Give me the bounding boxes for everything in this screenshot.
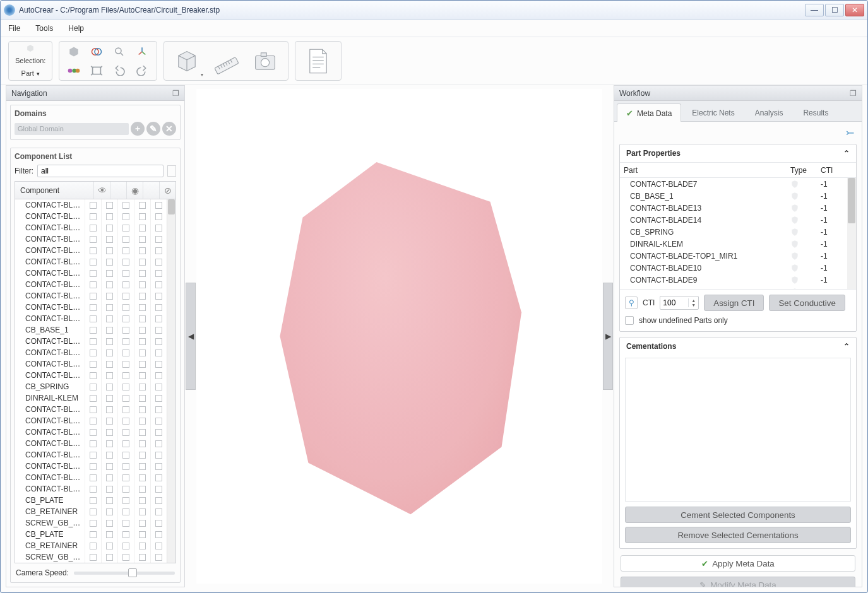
table-row[interactable]: CONTACT-BLADE8 [15,245,167,256]
filter-clear-icon[interactable] [167,165,176,177]
col-visibility-icon[interactable]: 👁 [93,182,110,199]
table-row[interactable]: CONTACT-BLADE9-1 [620,274,856,286]
cti-input[interactable] [660,298,688,307]
assign-cti-button[interactable]: Assign CTI [704,295,764,311]
table-row[interactable]: CB_RETAINER [15,506,167,517]
table-row[interactable]: CONTACT-BLADE-TO… [15,449,167,461]
shaded-view-icon[interactable] [64,43,83,61]
domain-field[interactable]: Global Domain [15,123,129,135]
domain-edit-icon[interactable]: ✎ [146,122,160,136]
table-row[interactable]: CONTACT-BLADE13 [15,336,167,347]
redo-icon[interactable] [133,62,152,79]
table-row[interactable]: CONTACT-BLADE-TO… [15,211,167,222]
table-row[interactable]: CB_RETAINER [15,540,167,551]
table-row[interactable]: CONTACT-BLADE9 [15,426,167,438]
table-row[interactable]: CONTACT-BLADE14-1 [620,214,856,226]
table-row[interactable]: DINRAIL-KLEM-1 [620,238,856,250]
table-row[interactable]: CONTACT-BLADE10-1 [620,262,856,274]
table-row[interactable]: SCREW_GB_T_1380… [15,551,167,563]
table-row[interactable]: CONTACT-BLADE7-1 [620,178,856,190]
left-collapse-handle[interactable]: ◀ [186,283,196,390]
part-properties-collapse-icon[interactable]: ⌃ [843,149,850,158]
apply-meta-data-button[interactable]: ✔Apply Meta Data [621,555,855,572]
table-row[interactable]: DINRAIL-KLEM [15,392,167,404]
menu-tools[interactable]: Tools [35,24,53,33]
table-row[interactable]: CONTACT-BLADE-TO… [15,370,167,381]
menu-help[interactable]: Help [68,24,84,33]
part-properties-scrollbar[interactable] [847,178,856,289]
table-row[interactable]: CONTACT-BLADE6 [15,302,167,313]
tab-electric-nets[interactable]: Electric Nets [682,103,744,121]
remove-cementations-button[interactable]: Remove Selected Cementations [625,527,851,543]
table-row[interactable]: CONTACT-BLADE-TO… [15,267,167,279]
filter-input[interactable] [37,165,163,177]
camera-speed-slider[interactable] [74,572,175,575]
col-cti[interactable]: CTI [821,166,852,175]
table-row[interactable]: CB_BASE_1 [15,324,167,336]
table-row[interactable]: CONTACT-BLADE-TO… [15,199,167,211]
close-button[interactable]: ✕ [845,4,864,16]
table-row[interactable]: CONTACT-BLADE-TO… [15,222,167,233]
table-row[interactable]: CONTACT-BLADE-TO… [15,483,167,495]
3d-viewport[interactable] [196,89,602,584]
camera-icon[interactable] [247,44,283,79]
col-part[interactable]: Part [624,166,790,175]
table-row[interactable]: CONTACT-BLADE5 [15,290,167,302]
table-row[interactable]: CONTACT-BLADE-TO… [15,256,167,267]
domain-delete-icon[interactable]: ✕ [162,122,176,136]
table-row[interactable]: SCREW_GB_T_1380… [15,517,167,529]
undock-icon[interactable]: ❐ [172,89,179,98]
set-conductive-button[interactable]: Set Conductive [769,295,845,311]
table-row[interactable]: CONTACT-BLADE-TO… [15,404,167,415]
right-collapse-handle[interactable]: ▶ [603,283,613,390]
cement-components-button[interactable]: Cement Selected Components [625,507,851,523]
selection-mode-button[interactable]: Selection: Part▾ [8,41,52,81]
table-row[interactable]: CONTACT-BLADE7 [15,313,167,324]
cti-spinner[interactable]: ▲▼ [660,296,699,310]
table-row[interactable]: CONTACT-BLADE12 [15,472,167,483]
menu-file[interactable]: File [8,24,20,33]
transparent-box-icon[interactable]: ▾ [169,44,205,79]
col-solid-icon[interactable]: ◉ [126,182,143,199]
tab-meta-data[interactable]: ✔Meta Data [617,103,681,122]
table-row[interactable]: CONTACT-BLADE11 [15,461,167,472]
col-exclude-icon[interactable]: ⊘ [159,182,175,199]
undo-icon[interactable] [110,62,129,79]
cti-key-icon[interactable]: ⚲ [625,296,638,309]
domain-add-icon[interactable]: + [131,122,145,136]
show-undefined-checkbox[interactable] [625,316,634,325]
cementations-list[interactable] [625,358,851,502]
table-row[interactable]: CONTACT-BLADE10 [15,415,167,426]
axes-icon[interactable] [133,43,152,61]
minimize-button[interactable]: — [805,4,824,16]
modify-meta-data-button[interactable]: ✎Modify Meta Data [621,577,855,587]
table-row[interactable]: CONTACT-BLADE-TOP1_MIR-1 [620,286,856,289]
tab-results[interactable]: Results [794,103,838,121]
tab-analysis[interactable]: Analysis [746,103,793,121]
table-row[interactable]: CB_SPRING-1 [620,226,856,238]
col-type[interactable]: Type [790,166,821,175]
table-row[interactable]: CONTACT-BLADE14 [15,358,167,370]
table-row[interactable]: CONTACT-BLADE-TO… [15,279,167,290]
cementations-collapse-icon[interactable]: ⌃ [843,342,850,351]
table-row[interactable]: CONTACT-BLADE-TO… [15,347,167,358]
col-component[interactable]: Component [15,186,93,195]
table-row[interactable]: CB_BASE_1-1 [620,190,856,202]
component-scrollbar[interactable] [167,199,175,563]
ruler-icon[interactable] [208,44,244,79]
merge-icon[interactable]: ⤚ [846,127,854,139]
overlap-icon[interactable] [87,43,106,61]
table-row[interactable]: CONTACT-BLADE-TOP1_MIR1-1 [620,250,856,262]
report-icon[interactable] [300,44,336,79]
table-row[interactable]: CONTACT-BLADE-TO… [15,233,167,245]
table-row[interactable]: CB_SPRING [15,381,167,392]
workflow-undock-icon[interactable]: ❐ [850,89,857,98]
table-row[interactable]: CB_PLATE [15,529,167,540]
table-row[interactable]: CONTACT-BLADE13-1 [620,202,856,214]
table-row[interactable]: CONTACT-BLADE-TO… [15,438,167,449]
table-row[interactable]: CB_PLATE [15,495,167,506]
fit-view-icon[interactable] [87,62,106,79]
maximize-button[interactable]: ☐ [825,4,844,16]
spheres-icon[interactable] [64,62,83,79]
zoom-icon[interactable] [110,43,129,61]
